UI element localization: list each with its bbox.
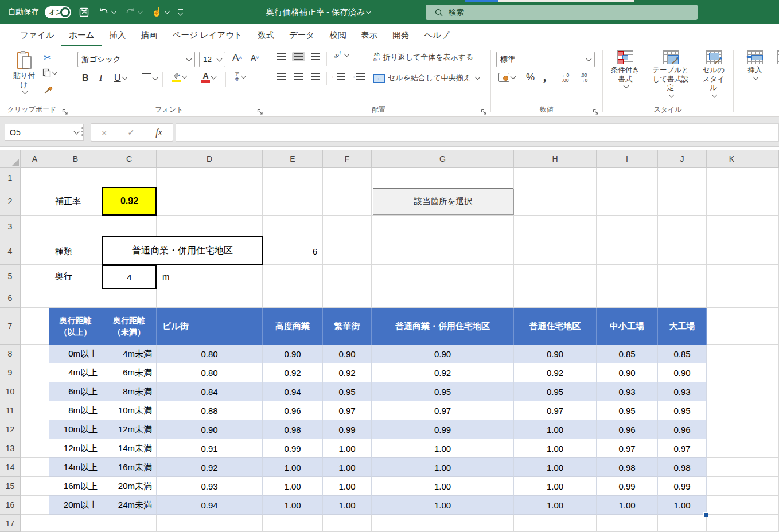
table-cell[interactable]: 0.90	[597, 363, 658, 382]
insert-function-button[interactable]: fx	[151, 127, 167, 138]
cell[interactable]	[21, 363, 49, 382]
table-cell[interactable]: 0.99	[323, 420, 372, 439]
cell[interactable]	[707, 420, 757, 439]
cell[interactable]	[372, 237, 514, 265]
table-cell[interactable]: 12m未満	[102, 420, 157, 439]
table-cell[interactable]: 1.00	[263, 496, 323, 515]
cell-okuyuki-value[interactable]: 4	[102, 265, 157, 289]
cell[interactable]	[21, 187, 49, 216]
table-header-cell[interactable]: ビル街	[157, 308, 263, 345]
table-cell[interactable]: 1.00	[658, 496, 707, 515]
table-cell[interactable]: 1.00	[323, 439, 372, 458]
cell-okuyuki-unit[interactable]: m	[157, 265, 263, 288]
tab-データ[interactable]: データ	[282, 25, 322, 46]
table-cell[interactable]: 0.84	[157, 382, 263, 401]
column-header-C[interactable]: C	[102, 150, 157, 168]
cell[interactable]	[157, 216, 263, 237]
cell[interactable]	[707, 216, 757, 237]
table-cell[interactable]: 20m以上	[49, 496, 102, 515]
cell[interactable]	[263, 187, 323, 216]
cell-hoseiritsu-value[interactable]: 0.92	[102, 187, 157, 216]
cell[interactable]	[21, 420, 49, 439]
align-middle-button[interactable]	[292, 52, 305, 61]
row-header-11[interactable]: 11	[0, 401, 21, 420]
table-cell[interactable]: 6m以上	[49, 382, 102, 401]
table-cell[interactable]: 0.85	[597, 345, 658, 363]
tab-数式[interactable]: 数式	[250, 25, 282, 46]
table-cell[interactable]: 1.00	[514, 439, 597, 458]
table-cell[interactable]: 0.95	[514, 382, 597, 401]
tab-表示[interactable]: 表示	[353, 25, 385, 46]
table-cell[interactable]: 0.90	[658, 363, 707, 382]
tab-ヘルプ[interactable]: ヘルプ	[416, 25, 457, 46]
table-cell[interactable]: 1.00	[372, 496, 514, 515]
merge-center-button[interactable]: ↔ セルを結合して中央揃え	[371, 72, 482, 84]
cell[interactable]	[597, 288, 658, 308]
row-header-15[interactable]: 15	[0, 477, 21, 496]
cell[interactable]	[157, 515, 263, 532]
table-cell[interactable]: 12m以上	[49, 439, 102, 458]
redo-button[interactable]	[123, 3, 144, 21]
cell[interactable]	[49, 515, 102, 532]
increase-indent-button[interactable]	[354, 72, 367, 81]
cell[interactable]	[707, 187, 757, 216]
cell[interactable]	[21, 168, 49, 187]
table-cell[interactable]: 10m以上	[49, 420, 102, 439]
document-title[interactable]: 奥行価格補正率 - 保存済み	[247, 0, 390, 24]
cell[interactable]	[707, 363, 757, 382]
cell[interactable]	[263, 168, 323, 187]
cell-hoseiritsu-label[interactable]: 補正率	[49, 187, 102, 216]
cell[interactable]	[658, 216, 707, 237]
column-header-I[interactable]: I	[597, 150, 658, 168]
cell[interactable]	[757, 458, 779, 477]
table-cell[interactable]: 0.99	[597, 477, 658, 496]
tab-開発[interactable]: 開発	[385, 25, 416, 46]
orientation-button[interactable]: ab↗	[331, 51, 351, 58]
table-cell[interactable]: 0.95	[597, 401, 658, 420]
column-header-J[interactable]: J	[658, 150, 707, 168]
table-cell[interactable]: 8m以上	[49, 401, 102, 420]
table-cell[interactable]: 0.92	[514, 363, 597, 382]
row-header-5[interactable]: 5	[0, 265, 21, 288]
cell[interactable]	[323, 515, 372, 532]
table-cell[interactable]: 1.00	[323, 458, 372, 477]
column-header-F[interactable]: F	[323, 150, 372, 168]
fill-color-button[interactable]	[169, 71, 189, 83]
table-cell[interactable]: 1.00	[514, 477, 597, 496]
table-cell[interactable]: 0.94	[157, 496, 263, 515]
cell[interactable]	[263, 288, 323, 308]
table-cell[interactable]: 0.92	[263, 363, 323, 382]
table-cell[interactable]: 14m未満	[102, 439, 157, 458]
cell[interactable]	[707, 401, 757, 420]
align-right-button[interactable]	[309, 72, 322, 81]
align-center-button[interactable]	[292, 72, 305, 81]
wrap-text-button[interactable]: abc↩ 折り返して全体を表示する	[371, 51, 476, 64]
align-bottom-button[interactable]	[309, 52, 322, 61]
alignment-dialog-launcher[interactable]	[481, 107, 488, 114]
cell[interactable]	[658, 237, 707, 265]
cell-shurui-code[interactable]: 6	[263, 237, 323, 265]
row-header-8[interactable]: 8	[0, 345, 21, 363]
cell[interactable]	[757, 265, 779, 288]
cell[interactable]	[21, 308, 49, 345]
column-header-B[interactable]: B	[49, 150, 102, 168]
table-cell[interactable]: 0.99	[658, 477, 707, 496]
cell[interactable]	[707, 515, 757, 532]
align-left-button[interactable]	[275, 72, 288, 81]
table-header-cell[interactable]: 普通住宅地区	[514, 308, 597, 345]
fill-handle[interactable]	[703, 512, 708, 517]
increase-decimal-button[interactable]: ←0.00	[559, 72, 571, 84]
cell[interactable]	[21, 288, 49, 308]
row-header-9[interactable]: 9	[0, 363, 21, 382]
cell[interactable]	[757, 288, 779, 308]
table-cell[interactable]: 0.97	[323, 401, 372, 420]
cell[interactable]	[597, 237, 658, 265]
table-cell[interactable]: 1.00	[323, 496, 372, 515]
table-cell[interactable]: 0.98	[263, 420, 323, 439]
table-cell[interactable]: 0.97	[514, 401, 597, 420]
table-cell[interactable]: 0.80	[157, 363, 263, 382]
cell[interactable]	[514, 168, 597, 187]
cell[interactable]	[597, 187, 658, 216]
column-header-A[interactable]: A	[21, 150, 49, 168]
cell[interactable]	[102, 515, 157, 532]
